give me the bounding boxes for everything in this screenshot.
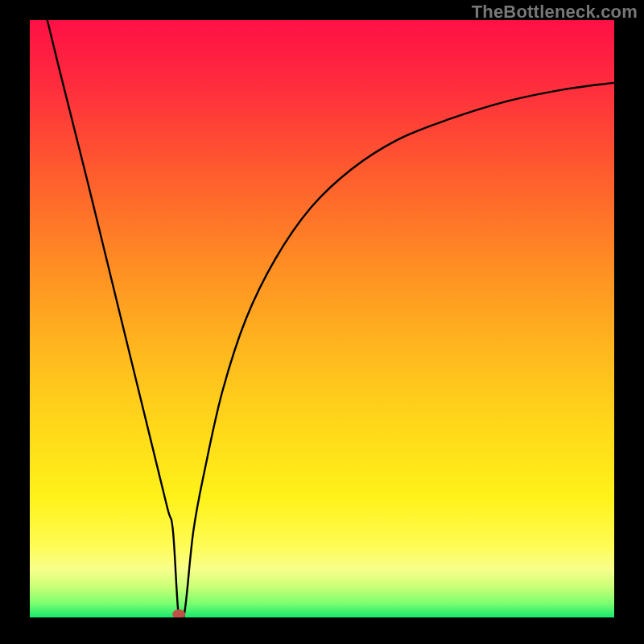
marker-dot	[172, 609, 185, 617]
plot-area	[30, 20, 614, 617]
watermark-label: TheBottleneck.com	[472, 2, 638, 23]
chart-container: TheBottleneck.com	[0, 0, 644, 644]
curve-path	[47, 20, 614, 617]
curve-layer	[30, 20, 614, 617]
